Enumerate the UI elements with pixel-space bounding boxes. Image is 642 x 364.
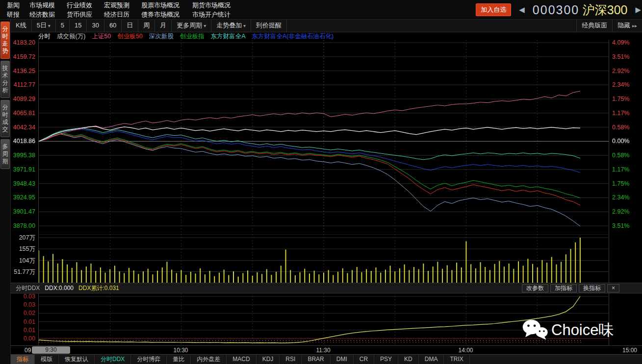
volume-chart-pane[interactable] bbox=[38, 234, 609, 283]
price-right-label-12: 2.92% bbox=[612, 208, 629, 215]
symbol-name: 沪深300 bbox=[583, 3, 628, 17]
legend-item-东方财富全A[interactable]: 东方财富全A bbox=[211, 32, 246, 41]
legend-item-分时: 分时 bbox=[38, 32, 51, 41]
price-left-label-4: 4089.29 bbox=[13, 96, 35, 102]
tab-MACD[interactable]: MACD bbox=[227, 355, 256, 364]
sidebar-item-多周期[interactable]: 多 周 期 bbox=[0, 139, 10, 169]
tab-KD[interactable]: KD bbox=[398, 355, 419, 364]
toolbar-item-到价提醒[interactable]: 到价提醒 bbox=[251, 20, 287, 32]
legend-item-创业板指[interactable]: 创业板指 bbox=[180, 32, 205, 41]
toolbar-item-15[interactable]: 15 bbox=[70, 20, 87, 32]
ddx-button-改参数[interactable]: 改参数 bbox=[522, 284, 548, 292]
price-chart-pane[interactable] bbox=[38, 40, 609, 234]
time-axis: 09 9:30 10:3011:3014:0015:00 bbox=[11, 345, 642, 354]
menu-item-宏观预测[interactable]: 宏观预测 bbox=[104, 1, 136, 10]
volume-chart-svg bbox=[39, 234, 609, 283]
menu-item-经济数据[interactable]: 经济数据 bbox=[29, 10, 62, 19]
menu-item-股票市场概况[interactable]: 股票市场概况 bbox=[141, 1, 187, 10]
tab-DMA[interactable]: DMA bbox=[419, 355, 444, 364]
top-menu: 新闻市场规模行业绩效宏观预测股票市场概况期货市场概况研报经济数据货币供应经济日历… bbox=[7, 0, 239, 19]
toolbar-item-更多周期[interactable]: 更多周期 ▾ bbox=[172, 20, 211, 32]
ddx-cumulative-value: DDX累计:0.031 bbox=[78, 284, 119, 292]
tab-RSI[interactable]: RSI bbox=[280, 355, 302, 364]
add-to-watchlist-button[interactable]: 加入自选 bbox=[476, 3, 511, 16]
tab-BRAR[interactable]: BRAR bbox=[302, 355, 330, 364]
ddx-label-4: 0.01 bbox=[24, 327, 35, 334]
price-right-label-9: 1.17% bbox=[612, 166, 629, 173]
menu-item-期货市场概况[interactable]: 期货市场概况 bbox=[192, 1, 239, 10]
toolbar-item-日[interactable]: 日 bbox=[122, 20, 138, 32]
toolbar-item-月[interactable]: 月 bbox=[155, 20, 172, 32]
ddx-label-5: 0.00 bbox=[24, 335, 35, 342]
volume-label-0: 207万 bbox=[19, 234, 35, 242]
menu-item-市场开户统计[interactable]: 市场开户统计 bbox=[192, 10, 239, 19]
menu-item-新闻[interactable]: 新闻 bbox=[7, 1, 25, 10]
toolbar-item-K线[interactable]: K线 bbox=[11, 20, 32, 32]
menu-item-研报[interactable]: 研报 bbox=[7, 10, 25, 19]
menu-item-债券市场概况[interactable]: 债券市场概况 bbox=[141, 10, 187, 19]
classic-layout-button[interactable]: 经典版面 bbox=[576, 20, 612, 32]
price-left-label-10: 3948.43 bbox=[13, 180, 35, 187]
price-right-label-0: 4.09% bbox=[612, 39, 629, 46]
ddx-value: DDX:0.000 bbox=[45, 285, 74, 291]
tab-分时DDX[interactable]: 分时DDX bbox=[95, 355, 131, 364]
price-right-label-6: 0.58% bbox=[612, 124, 629, 131]
tab-分时博弈[interactable]: 分时博弈 bbox=[131, 355, 167, 364]
price-right-label-2: 2.92% bbox=[612, 68, 629, 74]
toolbar-item-周[interactable]: 周 bbox=[138, 20, 155, 32]
tab-CR[interactable]: CR bbox=[354, 355, 374, 364]
tab-量比[interactable]: 量比 bbox=[167, 355, 191, 364]
collapse-right-icon: ▸▸ bbox=[632, 23, 637, 28]
time-scrollbar-thumb[interactable]: 9:30 bbox=[32, 346, 70, 354]
legend-item-东方财富全A(非金融石油石化)[interactable]: 东方财富全A(非金融石油石化) bbox=[252, 32, 334, 41]
chevron-down-icon: ▾ bbox=[47, 23, 51, 28]
legend-item-深次新股[interactable]: 深次新股 bbox=[149, 32, 174, 41]
price-right-label-7: 0.00% bbox=[612, 138, 629, 145]
tab-DMI[interactable]: DMI bbox=[331, 355, 354, 364]
legend-item-上证50[interactable]: 上证50 bbox=[92, 32, 111, 41]
price-right-label-3: 2.34% bbox=[612, 81, 629, 88]
legend-item-创业板50[interactable]: 创业板50 bbox=[117, 32, 142, 41]
tab-指标[interactable]: 指标 bbox=[11, 355, 35, 364]
period-toolbar-items: K线5日 ▾5153060日周月更多周期 ▾走势叠加 ▾到价提醒 bbox=[11, 20, 287, 32]
hide-panel-label: 隐藏 bbox=[617, 22, 630, 29]
ddx-label-2: 0.02 bbox=[24, 310, 35, 316]
tab-PSY[interactable]: PSY bbox=[374, 355, 398, 364]
time-label-14:00: 14:00 bbox=[458, 347, 473, 354]
sidebar-item-分时成交[interactable]: 分 时 成 交 bbox=[0, 100, 10, 137]
price-left-label-3: 4112.77 bbox=[14, 81, 35, 88]
menu-item-经济日历[interactable]: 经济日历 bbox=[104, 10, 136, 19]
next-symbol-icon[interactable]: ▶ bbox=[635, 5, 641, 14]
ddx-label-1: 0.03 bbox=[24, 301, 35, 308]
tab-模版[interactable]: 模版 bbox=[35, 355, 59, 364]
volume-label-2: 104万 bbox=[19, 256, 35, 265]
menu-row-1: 新闻市场规模行业绩效宏观预测股票市场概况期货市场概况 bbox=[7, 0, 239, 10]
tab-TRIX[interactable]: TRIX bbox=[444, 355, 469, 364]
menu-item-市场规模[interactable]: 市场规模 bbox=[29, 1, 62, 10]
ddx-close-icon[interactable]: × bbox=[607, 284, 619, 292]
price-right-label-1: 3.51% bbox=[612, 53, 629, 60]
toolbar-item-30[interactable]: 30 bbox=[87, 20, 104, 32]
header: 新闻市场规模行业绩效宏观预测股票市场概况期货市场概况研报经济数据货币供应经济日历… bbox=[0, 0, 642, 20]
sidebar-item-分时走势[interactable]: 分 时 走 势 bbox=[0, 22, 10, 59]
sidebar-item-技术分析[interactable]: 技 术 分 析 bbox=[0, 61, 10, 98]
ddx-button-加指标[interactable]: 加指标 bbox=[550, 284, 577, 292]
toolbar-item-5日[interactable]: 5日 ▾ bbox=[32, 20, 56, 32]
tab-内外盘差[interactable]: 内外盘差 bbox=[191, 355, 227, 364]
prev-symbol-icon[interactable]: ◀ bbox=[519, 5, 525, 14]
toolbar-item-5[interactable]: 5 bbox=[56, 20, 70, 32]
ddx-panel-header: 分时DDX DDX:0.000 DDX累计:0.031 改参数加指标换指标× bbox=[11, 283, 642, 293]
toolbar-item-走势叠加[interactable]: 走势叠加 ▾ bbox=[211, 20, 251, 32]
tab-恢复默认[interactable]: 恢复默认 bbox=[59, 355, 95, 364]
wechat-icon bbox=[522, 318, 548, 342]
menu-item-行业绩效[interactable]: 行业绩效 bbox=[67, 1, 99, 10]
ddx-button-换指标[interactable]: 换指标 bbox=[579, 284, 605, 292]
toolbar-item-60[interactable]: 60 bbox=[104, 20, 122, 32]
hide-panel-button[interactable]: 隐藏 ▸▸ bbox=[612, 20, 642, 32]
menu-item-货币供应[interactable]: 货币供应 bbox=[67, 10, 99, 19]
price-left-label-8: 3995.38 bbox=[13, 152, 35, 159]
menu-row-2: 研报经济数据货币供应经济日历债券市场概况市场开户统计 bbox=[7, 10, 239, 19]
watermark-text: Choice味 bbox=[551, 320, 614, 340]
tab-KDJ[interactable]: KDJ bbox=[257, 355, 280, 364]
price-right-label-11: 2.34% bbox=[612, 194, 629, 201]
